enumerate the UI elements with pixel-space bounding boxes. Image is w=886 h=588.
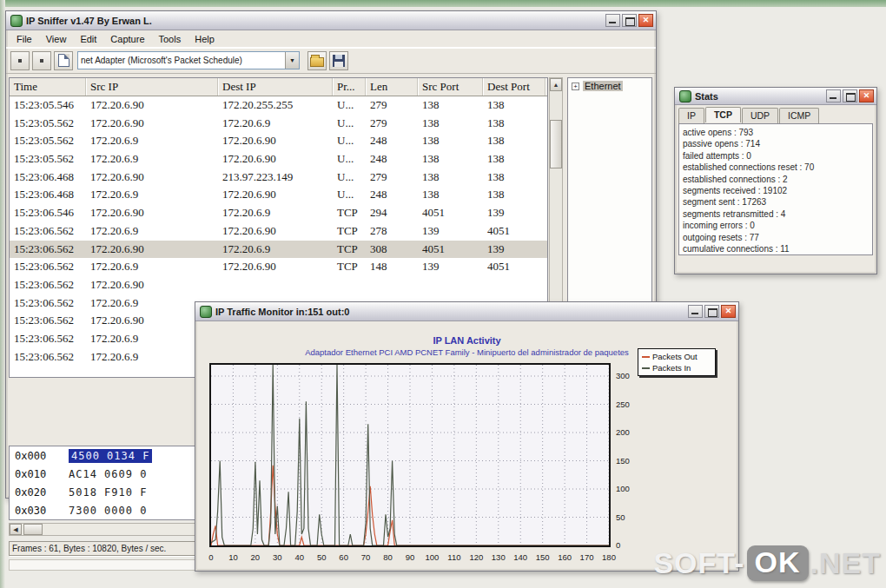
app-icon bbox=[200, 306, 212, 318]
table-cell: 172.20.6.90 bbox=[86, 204, 218, 222]
table-cell: 172.20.6.9 bbox=[218, 204, 333, 222]
toolbar-button-prev[interactable] bbox=[10, 51, 30, 70]
column-header[interactable]: Src IP bbox=[86, 78, 218, 96]
tree-node-label[interactable]: Ethernet bbox=[583, 81, 623, 91]
table-cell: 172.20.6.90 bbox=[218, 258, 333, 276]
stat-line: incoming errors : 0 bbox=[683, 220, 869, 231]
table-cell: 15:23:05.546 bbox=[10, 96, 86, 115]
table-cell: 172.20.6.90 bbox=[86, 115, 218, 133]
table-cell: TCP bbox=[333, 258, 366, 276]
column-header[interactable]: Time bbox=[10, 78, 86, 96]
minimize-button[interactable] bbox=[605, 14, 620, 27]
table-row[interactable]: 15:23:06.562172.20.6.90 bbox=[10, 276, 547, 294]
y-tick-label: 300 bbox=[616, 371, 630, 380]
table-cell: 172.20.6.9 bbox=[218, 115, 333, 133]
table-row[interactable]: 15:23:05.562172.20.6.90172.20.6.9U...279… bbox=[10, 115, 547, 133]
table-cell: 15:23:06.562 bbox=[10, 330, 86, 348]
menu-item[interactable]: View bbox=[39, 32, 74, 46]
scroll-up-button[interactable]: ▲ bbox=[550, 78, 562, 91]
table-cell: U... bbox=[333, 168, 366, 187]
table-row[interactable]: 15:23:06.562172.20.6.9172.20.6.90TCP2781… bbox=[10, 222, 547, 241]
hex-viewer[interactable]: 0x000 4500 0134 F 0x010 AC14 0609 0 0x02… bbox=[9, 446, 202, 520]
stats-tab[interactable]: ICMP bbox=[779, 108, 819, 123]
stats-tab[interactable]: UDP bbox=[742, 108, 778, 123]
menu-item[interactable]: Capture bbox=[103, 32, 151, 46]
scrollbar-thumb[interactable] bbox=[23, 524, 43, 535]
minimize-button[interactable] bbox=[688, 305, 703, 318]
menu-item[interactable]: Tools bbox=[152, 32, 188, 46]
hex-row[interactable]: 0x020 5018 F910 F bbox=[10, 483, 202, 501]
x-tick-label: 120 bbox=[469, 552, 483, 562]
hex-offset: 0x020 bbox=[10, 486, 48, 499]
table-row[interactable]: 15:23:05.546172.20.6.90172.20.255.255U..… bbox=[10, 96, 547, 115]
x-tick-label: 80 bbox=[383, 552, 393, 562]
menu-item[interactable]: Edit bbox=[73, 32, 103, 46]
save-icon bbox=[333, 55, 345, 67]
column-header[interactable]: Dest Port bbox=[483, 78, 545, 96]
legend-label: Packets In bbox=[652, 362, 691, 373]
window-title: IP Traffic Monitor in:151 out:0 bbox=[215, 307, 688, 317]
legend-item: Packets In bbox=[642, 362, 711, 373]
column-header[interactable]: Len bbox=[366, 78, 418, 96]
legend-item: Packets Out bbox=[642, 351, 711, 362]
tree-node-ethernet[interactable]: + Ethernet bbox=[568, 78, 651, 91]
stats-tab[interactable]: TCP bbox=[705, 107, 741, 122]
table-row[interactable]: 15:23:06.546172.20.6.90172.20.6.9TCP2944… bbox=[10, 204, 547, 222]
adapter-select-value: net Adapter (Microsoft's Packet Schedule… bbox=[78, 56, 285, 65]
chevron-down-icon[interactable]: ▼ bbox=[285, 52, 299, 69]
menu-item[interactable]: File bbox=[10, 32, 39, 46]
x-tick-label: 20 bbox=[251, 552, 261, 562]
table-cell: 213.97.223.149 bbox=[218, 168, 333, 187]
hex-row[interactable]: 0x010 AC14 0609 0 bbox=[10, 465, 202, 483]
table-row[interactable]: 15:23:06.468172.20.6.90213.97.223.149U..… bbox=[10, 168, 547, 187]
close-button[interactable]: ✕ bbox=[638, 14, 653, 27]
minimize-button[interactable] bbox=[826, 89, 841, 102]
x-tick-label: 140 bbox=[513, 552, 527, 562]
packet-table-header[interactable]: TimeSrc IPDest IPPr...LenSrc PortDest Po… bbox=[10, 78, 547, 96]
close-button[interactable]: ✕ bbox=[721, 305, 736, 318]
title-bar[interactable]: Stats ✕ bbox=[675, 88, 876, 105]
close-button[interactable]: ✕ bbox=[859, 89, 874, 102]
column-header[interactable]: Pr... bbox=[333, 78, 366, 96]
scroll-left-button[interactable]: ◀ bbox=[10, 524, 22, 535]
table-row[interactable]: 15:23:05.562172.20.6.9172.20.6.90U...248… bbox=[10, 150, 547, 168]
column-header[interactable]: Dest IP bbox=[218, 78, 333, 96]
table-cell: 4051 bbox=[483, 222, 545, 241]
tree-expander-icon[interactable]: + bbox=[572, 83, 579, 90]
scrollbar-thumb[interactable] bbox=[550, 120, 562, 168]
table-row[interactable]: 15:23:05.562172.20.6.9172.20.6.90U...248… bbox=[10, 132, 547, 150]
adapter-select[interactable]: net Adapter (Microsoft's Packet Schedule… bbox=[77, 51, 300, 69]
hex-offset: 0x030 bbox=[10, 505, 48, 517]
y-tick-label: 0 bbox=[616, 540, 620, 550]
table-row[interactable]: 15:23:06.468172.20.6.9172.20.6.90U...248… bbox=[10, 186, 547, 204]
menu-item[interactable]: Help bbox=[188, 32, 222, 46]
title-bar[interactable]: IP Traffic Monitor in:151 out:0 ✕ bbox=[195, 302, 738, 321]
title-bar[interactable]: IP Sniffer v1.47 By Erwan L. ✕ bbox=[6, 11, 656, 30]
maximize-button[interactable] bbox=[622, 14, 637, 27]
maximize-button[interactable] bbox=[704, 305, 719, 318]
table-cell: 15:23:06.562 bbox=[10, 258, 86, 276]
y-tick-label: 50 bbox=[616, 512, 625, 522]
save-capture-button[interactable] bbox=[329, 51, 348, 70]
watermark: SOFT- OK .NET bbox=[653, 545, 881, 581]
stat-line: passive opens : 714 bbox=[683, 138, 869, 149]
hex-row[interactable]: 0x030 7300 0000 0 bbox=[10, 501, 202, 519]
table-row[interactable]: 15:23:06.562172.20.6.9172.20.6.90TCP1481… bbox=[10, 258, 547, 276]
column-header[interactable]: Src Port bbox=[418, 78, 483, 96]
table-row[interactable]: 15:23:06.562172.20.6.90172.20.6.9TCP3084… bbox=[10, 241, 547, 259]
table-cell: 15:23:05.562 bbox=[10, 115, 86, 133]
stats-tabs: IPTCPUDPICMP bbox=[675, 105, 876, 123]
stat-line: segments retransmitted : 4 bbox=[683, 208, 869, 220]
stats-body: active opens : 793passive opens : 714fai… bbox=[678, 123, 873, 255]
stats-tab[interactable]: IP bbox=[678, 108, 704, 123]
table-cell: 279 bbox=[366, 115, 418, 133]
window-title: IP Sniffer v1.47 By Erwan L. bbox=[26, 16, 605, 26]
new-capture-button[interactable] bbox=[54, 51, 73, 70]
hex-row[interactable]: 0x000 4500 0134 F bbox=[10, 446, 202, 465]
table-cell: 172.20.6.9 bbox=[86, 132, 218, 150]
toolbar-button-next[interactable] bbox=[32, 51, 51, 70]
table-cell: 138 bbox=[483, 132, 545, 150]
maximize-button[interactable] bbox=[843, 89, 857, 102]
open-capture-button[interactable] bbox=[307, 51, 327, 70]
table-cell: U... bbox=[333, 186, 366, 204]
